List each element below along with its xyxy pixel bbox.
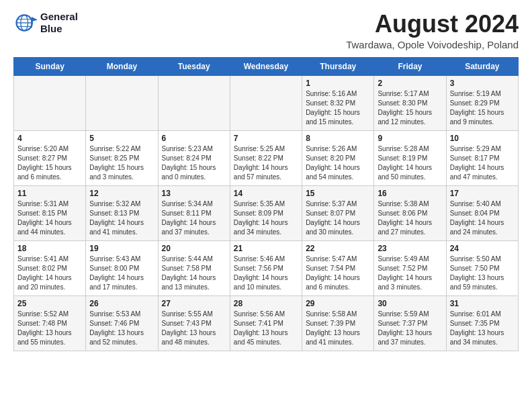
day-cell: 2Sunrise: 5:17 AM Sunset: 8:30 PM Daylig… bbox=[374, 75, 446, 130]
calendar-table: SundayMondayTuesdayWednesdayThursdayFrid… bbox=[13, 57, 519, 351]
day-number: 26 bbox=[89, 299, 154, 308]
main-title: August 2024 bbox=[346, 11, 519, 38]
day-number: 8 bbox=[306, 134, 370, 143]
day-number: 10 bbox=[450, 134, 515, 143]
day-cell: 16Sunrise: 5:38 AM Sunset: 8:06 PM Dayli… bbox=[374, 185, 446, 240]
week-row-1: 1Sunrise: 5:16 AM Sunset: 8:32 PM Daylig… bbox=[14, 75, 519, 130]
day-header-sunday: Sunday bbox=[14, 57, 86, 75]
day-info: Sunrise: 5:47 AM Sunset: 7:54 PM Dayligh… bbox=[306, 255, 370, 292]
day-info: Sunrise: 5:44 AM Sunset: 7:58 PM Dayligh… bbox=[162, 255, 226, 292]
day-cell: 31Sunrise: 6:01 AM Sunset: 7:35 PM Dayli… bbox=[446, 295, 518, 351]
day-cell: 19Sunrise: 5:43 AM Sunset: 8:00 PM Dayli… bbox=[86, 240, 158, 295]
day-number: 24 bbox=[450, 244, 515, 253]
day-number: 19 bbox=[89, 244, 154, 253]
day-cell: 20Sunrise: 5:44 AM Sunset: 7:58 PM Dayli… bbox=[158, 240, 230, 295]
day-cell: 24Sunrise: 5:50 AM Sunset: 7:50 PM Dayli… bbox=[446, 240, 518, 295]
day-info: Sunrise: 5:26 AM Sunset: 8:20 PM Dayligh… bbox=[306, 144, 370, 182]
day-number: 6 bbox=[162, 134, 226, 143]
day-cell: 25Sunrise: 5:52 AM Sunset: 7:48 PM Dayli… bbox=[14, 295, 86, 351]
day-cell: 15Sunrise: 5:37 AM Sunset: 8:07 PM Dayli… bbox=[302, 185, 374, 240]
day-number: 7 bbox=[234, 134, 298, 143]
calendar-header: SundayMondayTuesdayWednesdayThursdayFrid… bbox=[14, 57, 519, 75]
logo-line1: General bbox=[40, 11, 78, 23]
day-header-friday: Friday bbox=[374, 57, 446, 75]
day-info: Sunrise: 6:01 AM Sunset: 7:35 PM Dayligh… bbox=[450, 310, 515, 347]
day-info: Sunrise: 5:28 AM Sunset: 8:19 PM Dayligh… bbox=[378, 144, 442, 182]
day-info: Sunrise: 5:16 AM Sunset: 8:32 PM Dayligh… bbox=[306, 89, 370, 127]
day-number: 17 bbox=[450, 189, 515, 198]
days-header-row: SundayMondayTuesdayWednesdayThursdayFrid… bbox=[14, 57, 519, 75]
day-cell: 3Sunrise: 5:19 AM Sunset: 8:29 PM Daylig… bbox=[446, 75, 518, 130]
week-row-2: 4Sunrise: 5:20 AM Sunset: 8:27 PM Daylig… bbox=[14, 130, 519, 185]
day-cell: 8Sunrise: 5:26 AM Sunset: 8:20 PM Daylig… bbox=[302, 130, 374, 185]
day-number: 14 bbox=[234, 189, 298, 198]
day-cell: 22Sunrise: 5:47 AM Sunset: 7:54 PM Dayli… bbox=[302, 240, 374, 295]
week-row-5: 25Sunrise: 5:52 AM Sunset: 7:48 PM Dayli… bbox=[14, 295, 519, 351]
day-info: Sunrise: 5:32 AM Sunset: 8:13 PM Dayligh… bbox=[89, 199, 154, 237]
svg-marker-5 bbox=[32, 17, 38, 21]
sub-title: Twardawa, Opole Voivodeship, Poland bbox=[346, 39, 519, 50]
day-number: 27 bbox=[162, 299, 226, 308]
day-number: 23 bbox=[378, 244, 442, 253]
day-cell: 9Sunrise: 5:28 AM Sunset: 8:19 PM Daylig… bbox=[374, 130, 446, 185]
day-info: Sunrise: 5:25 AM Sunset: 8:22 PM Dayligh… bbox=[234, 144, 298, 182]
day-number: 1 bbox=[306, 79, 370, 88]
day-info: Sunrise: 5:22 AM Sunset: 8:25 PM Dayligh… bbox=[89, 144, 154, 182]
day-info: Sunrise: 5:34 AM Sunset: 8:11 PM Dayligh… bbox=[162, 199, 226, 237]
day-info: Sunrise: 5:43 AM Sunset: 8:00 PM Dayligh… bbox=[89, 255, 154, 292]
day-number: 20 bbox=[162, 244, 226, 253]
day-number: 3 bbox=[450, 79, 515, 88]
logo-line2: Blue bbox=[40, 23, 78, 35]
day-number: 11 bbox=[17, 189, 82, 198]
logo-icon bbox=[13, 11, 38, 35]
day-cell bbox=[14, 75, 86, 130]
day-cell: 1Sunrise: 5:16 AM Sunset: 8:32 PM Daylig… bbox=[302, 75, 374, 130]
day-cell: 6Sunrise: 5:23 AM Sunset: 8:24 PM Daylig… bbox=[158, 130, 230, 185]
day-number: 4 bbox=[17, 134, 82, 143]
day-info: Sunrise: 5:35 AM Sunset: 8:09 PM Dayligh… bbox=[234, 199, 298, 237]
day-info: Sunrise: 5:29 AM Sunset: 8:17 PM Dayligh… bbox=[450, 144, 515, 182]
day-number: 13 bbox=[162, 189, 226, 198]
day-cell: 26Sunrise: 5:53 AM Sunset: 7:46 PM Dayli… bbox=[86, 295, 158, 351]
day-cell: 29Sunrise: 5:58 AM Sunset: 7:39 PM Dayli… bbox=[302, 295, 374, 351]
day-number: 21 bbox=[234, 244, 298, 253]
day-info: Sunrise: 5:20 AM Sunset: 8:27 PM Dayligh… bbox=[17, 144, 82, 182]
day-cell: 5Sunrise: 5:22 AM Sunset: 8:25 PM Daylig… bbox=[86, 130, 158, 185]
day-info: Sunrise: 5:41 AM Sunset: 8:02 PM Dayligh… bbox=[17, 255, 82, 292]
day-info: Sunrise: 5:59 AM Sunset: 7:37 PM Dayligh… bbox=[378, 310, 442, 347]
day-cell: 11Sunrise: 5:31 AM Sunset: 8:15 PM Dayli… bbox=[14, 185, 86, 240]
day-info: Sunrise: 5:53 AM Sunset: 7:46 PM Dayligh… bbox=[89, 310, 154, 347]
day-cell: 21Sunrise: 5:46 AM Sunset: 7:56 PM Dayli… bbox=[230, 240, 302, 295]
day-header-saturday: Saturday bbox=[446, 57, 518, 75]
day-info: Sunrise: 5:31 AM Sunset: 8:15 PM Dayligh… bbox=[17, 199, 82, 237]
day-info: Sunrise: 5:49 AM Sunset: 7:52 PM Dayligh… bbox=[378, 255, 442, 292]
day-header-tuesday: Tuesday bbox=[158, 57, 230, 75]
day-info: Sunrise: 5:37 AM Sunset: 8:07 PM Dayligh… bbox=[306, 199, 370, 237]
day-cell: 23Sunrise: 5:49 AM Sunset: 7:52 PM Dayli… bbox=[374, 240, 446, 295]
day-cell: 18Sunrise: 5:41 AM Sunset: 8:02 PM Dayli… bbox=[14, 240, 86, 295]
day-cell: 7Sunrise: 5:25 AM Sunset: 8:22 PM Daylig… bbox=[230, 130, 302, 185]
day-info: Sunrise: 5:17 AM Sunset: 8:30 PM Dayligh… bbox=[378, 89, 442, 127]
day-cell: 12Sunrise: 5:32 AM Sunset: 8:13 PM Dayli… bbox=[86, 185, 158, 240]
day-number: 22 bbox=[306, 244, 370, 253]
week-row-3: 11Sunrise: 5:31 AM Sunset: 8:15 PM Dayli… bbox=[14, 185, 519, 240]
logo: General Blue bbox=[13, 11, 78, 35]
day-info: Sunrise: 5:38 AM Sunset: 8:06 PM Dayligh… bbox=[378, 199, 442, 237]
day-cell: 27Sunrise: 5:55 AM Sunset: 7:43 PM Dayli… bbox=[158, 295, 230, 351]
day-info: Sunrise: 5:19 AM Sunset: 8:29 PM Dayligh… bbox=[450, 89, 515, 127]
day-cell: 13Sunrise: 5:34 AM Sunset: 8:11 PM Dayli… bbox=[158, 185, 230, 240]
day-cell bbox=[230, 75, 302, 130]
day-number: 16 bbox=[378, 189, 442, 198]
day-info: Sunrise: 5:23 AM Sunset: 8:24 PM Dayligh… bbox=[162, 144, 226, 182]
day-info: Sunrise: 5:46 AM Sunset: 7:56 PM Dayligh… bbox=[234, 255, 298, 292]
day-info: Sunrise: 5:40 AM Sunset: 8:04 PM Dayligh… bbox=[450, 199, 515, 237]
day-info: Sunrise: 5:56 AM Sunset: 7:41 PM Dayligh… bbox=[234, 310, 298, 347]
day-number: 30 bbox=[378, 299, 442, 308]
day-cell bbox=[86, 75, 158, 130]
calendar-body: 1Sunrise: 5:16 AM Sunset: 8:32 PM Daylig… bbox=[14, 75, 519, 351]
day-cell: 14Sunrise: 5:35 AM Sunset: 8:09 PM Dayli… bbox=[230, 185, 302, 240]
title-block: August 2024 Twardawa, Opole Voivodeship,… bbox=[346, 11, 519, 50]
week-row-4: 18Sunrise: 5:41 AM Sunset: 8:02 PM Dayli… bbox=[14, 240, 519, 295]
day-header-thursday: Thursday bbox=[302, 57, 374, 75]
day-header-wednesday: Wednesday bbox=[230, 57, 302, 75]
